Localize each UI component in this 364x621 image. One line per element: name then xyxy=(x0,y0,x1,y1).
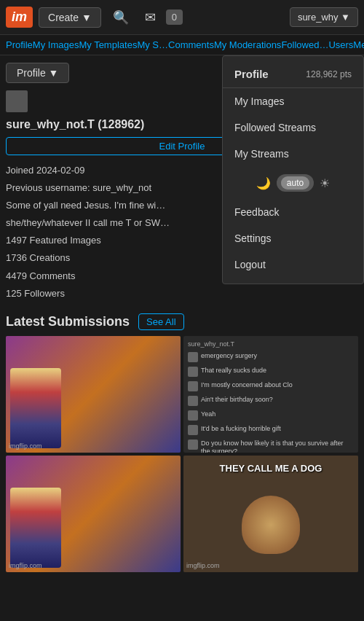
sun-icon: ☀ xyxy=(320,176,330,190)
theme-toggle-row: 🌙 auto ☀ xyxy=(223,167,363,199)
user-dropdown-menu: Profile 128,962 pts My Images Followed S… xyxy=(222,55,364,284)
dropdown-profile-label: Profile xyxy=(234,68,269,80)
submission-item[interactable]: imgflip.com xyxy=(6,336,181,453)
mail-button[interactable]: ✉ xyxy=(141,7,160,28)
notification-count[interactable]: 0 xyxy=(166,9,183,25)
chat-avatar xyxy=(188,381,198,391)
nav-messages[interactable]: Messages xyxy=(353,39,364,50)
dropdown-settings[interactable]: Settings xyxy=(223,225,363,251)
nav-comments[interactable]: Comments xyxy=(168,39,214,50)
chat-row: Yeah xyxy=(188,410,354,421)
chat-avatar xyxy=(188,352,198,362)
moon-icon: 🌙 xyxy=(256,176,271,190)
chat-avatar xyxy=(188,396,198,406)
nav-moderations[interactable]: My Moderations xyxy=(214,39,281,50)
avatar xyxy=(6,90,28,112)
watermark-1: imgflip.com xyxy=(9,442,42,450)
dog-figure xyxy=(242,496,300,554)
dog-caption-text: THEY CALL ME A DOG xyxy=(183,463,358,474)
chat-text: emergency surgery xyxy=(201,352,257,361)
chat-row: Do you know how likely it is that you su… xyxy=(188,440,354,453)
chat-text: I'm mostly concerned about Clo xyxy=(201,381,293,390)
chat-text: It'd be a fucking horrible gift xyxy=(201,425,281,434)
followers-count: 125 Followers xyxy=(6,286,358,302)
nav-profile[interactable]: Profile xyxy=(6,39,33,50)
secondary-navigation: ProfileMy ImagesMy TemplatesMy S…Comment… xyxy=(0,35,364,55)
nav-images[interactable]: My Images xyxy=(33,39,79,50)
latest-submissions-header: Latest Submissions See All xyxy=(6,313,358,330)
submission-item[interactable]: THEY CALL ME A DOG imgflip.com xyxy=(183,456,358,572)
dropdown-followed-streams[interactable]: Followed Streams xyxy=(223,114,363,141)
dropdown-my-images[interactable]: My Images xyxy=(223,88,363,114)
search-button[interactable]: 🔍 xyxy=(107,7,135,28)
character-figure-2 xyxy=(10,488,61,568)
nav-streams[interactable]: My S… xyxy=(137,39,168,50)
nav-followed[interactable]: Followed… xyxy=(281,39,328,50)
watermark-4: imgflip.com xyxy=(186,562,220,569)
dropdown-my-streams[interactable]: My Streams xyxy=(223,141,363,167)
main-content: Profile ▼ sure_why_not.T (128962) Edit P… xyxy=(0,55,364,579)
character-figure xyxy=(10,368,61,448)
chat-row: That really sucks dude xyxy=(188,367,354,377)
site-logo: im xyxy=(6,7,33,28)
nav-users[interactable]: Users xyxy=(328,39,353,50)
chat-avatar xyxy=(188,367,198,377)
chat-text: Do you know how likely it is that you su… xyxy=(201,440,354,453)
chat-row: emergency surgery xyxy=(188,352,354,362)
submission-item[interactable]: imgflip.com xyxy=(6,456,181,572)
user-menu-button[interactable]: sure_why ▼ xyxy=(290,7,358,27)
chat-text: That really sucks dude xyxy=(201,367,266,375)
create-button[interactable]: Create ▼ xyxy=(39,7,101,28)
submission-image-4: THEY CALL ME A DOG imgflip.com xyxy=(183,456,358,572)
watermark-3: imgflip.com xyxy=(9,562,42,569)
chat-text: Ain't their birthday soon? xyxy=(201,396,273,405)
submission-item[interactable]: sure_why_not.T emergency surgery That re… xyxy=(183,336,358,453)
see-all-button[interactable]: See All xyxy=(138,313,183,330)
submissions-grid: imgflip.com sure_why_not.T emergency sur… xyxy=(6,336,358,572)
chat-text: Yeah xyxy=(201,410,215,419)
chat-row: I'm mostly concerned about Clo xyxy=(188,381,354,391)
profile-dropdown-button[interactable]: Profile ▼ xyxy=(6,63,69,83)
submission-image-3: imgflip.com xyxy=(6,456,181,572)
dropdown-logout[interactable]: Logout xyxy=(223,251,363,278)
chat-row: It'd be a fucking horrible gift xyxy=(188,425,354,435)
top-navigation: im Create ▼ 🔍 ✉ 0 sure_why ▼ xyxy=(0,0,364,35)
dropdown-header: Profile 128,962 pts xyxy=(223,62,363,88)
chat-row: Ain't their birthday soon? xyxy=(188,396,354,406)
auto-label[interactable]: auto xyxy=(281,176,309,190)
latest-heading-text: Latest Submissions xyxy=(6,314,130,329)
chat-avatar xyxy=(188,410,198,421)
dropdown-feedback[interactable]: Feedback xyxy=(223,199,363,225)
nav-templates[interactable]: My Templates xyxy=(79,39,137,50)
submission-image-1: imgflip.com xyxy=(6,336,181,453)
submission-image-2: sure_why_not.T emergency surgery That re… xyxy=(183,336,358,453)
theme-toggle[interactable]: auto xyxy=(277,174,314,192)
chat-avatar xyxy=(188,440,198,450)
sure-watermark: sure_why_not.T xyxy=(188,340,354,348)
dropdown-points: 128,962 pts xyxy=(306,69,352,79)
chat-avatar xyxy=(188,425,198,435)
